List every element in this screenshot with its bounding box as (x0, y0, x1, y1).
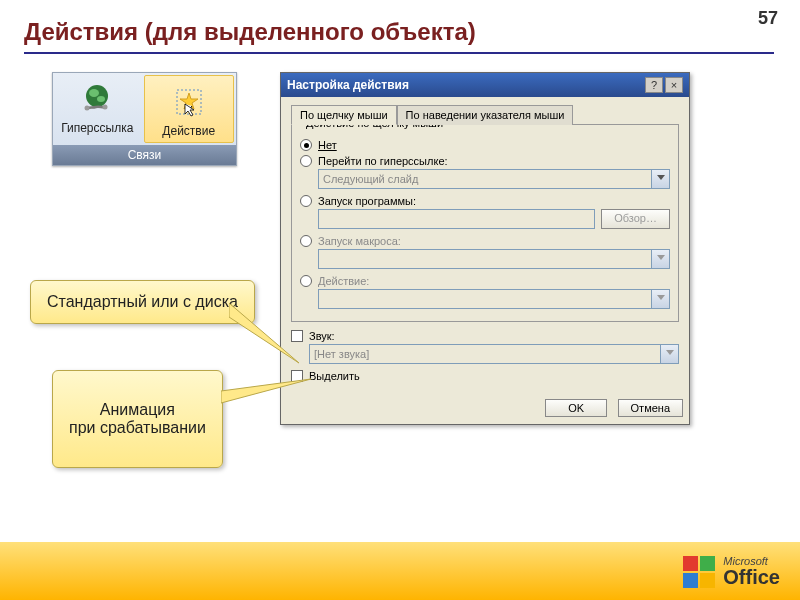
hyperlink-combo-input (318, 169, 652, 189)
callout-highlight: Анимация при срабатывании (52, 370, 223, 468)
dialog-action-settings: Настройка действия ? × По щелчку мыши По… (280, 72, 690, 425)
callout-text: Анимация при срабатывании (69, 401, 206, 436)
close-button[interactable]: × (665, 77, 683, 93)
tab-hover[interactable]: По наведении указателя мыши (397, 105, 574, 125)
action-combo (318, 289, 670, 309)
ribbon-item-label: Гиперссылка (57, 121, 138, 135)
dialog-title: Настройка действия (287, 78, 643, 92)
ribbon-item-action[interactable]: Действие (144, 75, 235, 143)
ribbon-group-label: Связи (53, 145, 236, 165)
svg-point-4 (103, 105, 108, 110)
checkbox-sound-row[interactable]: Звук: (291, 330, 679, 342)
radio-icon (300, 195, 312, 207)
action-star-icon (169, 82, 209, 122)
radio-run-program-label: Запуск программы: (318, 195, 416, 207)
radio-hyperlink-row[interactable]: Перейти по гиперссылке: (300, 155, 670, 167)
macro-combo-input (318, 249, 652, 269)
chevron-down-icon (652, 289, 670, 309)
page-title: Действия (для выделенного объекта) (24, 18, 476, 46)
radio-none-row[interactable]: Нет (300, 139, 670, 151)
program-path-row: Обзор… (318, 209, 670, 229)
radio-none-label: Нет (318, 139, 337, 151)
dialog-titlebar: Настройка действия ? × (281, 73, 689, 97)
chevron-down-icon (652, 169, 670, 189)
ok-button[interactable]: OK (545, 399, 607, 417)
radio-run-macro-row: Запуск макроса: (300, 235, 670, 247)
title-underline (24, 52, 774, 54)
radio-run-program-row[interactable]: Запуск программы: (300, 195, 670, 207)
tab-click[interactable]: По щелчку мыши (291, 105, 397, 125)
svg-marker-9 (221, 379, 311, 403)
help-button[interactable]: ? (645, 77, 663, 93)
ribbon-item-label: Действие (149, 124, 230, 138)
office-logo-icon (683, 556, 717, 590)
office-brand: Microsoft Office (683, 556, 780, 590)
cancel-button[interactable]: Отмена (618, 399, 683, 417)
radio-hyperlink-label: Перейти по гиперссылке: (318, 155, 448, 167)
browse-button[interactable]: Обзор… (601, 209, 670, 229)
radio-icon (300, 275, 312, 287)
sound-combo[interactable] (309, 344, 679, 364)
program-path-input[interactable] (318, 209, 595, 229)
bottom-bar (0, 542, 800, 600)
chevron-down-icon (661, 344, 679, 364)
radio-icon (300, 235, 312, 247)
radio-icon (300, 155, 312, 167)
checkbox-sound-label: Звук: (309, 330, 335, 342)
hyperlink-combo[interactable] (318, 169, 670, 189)
ribbon-item-hyperlink[interactable]: Гиперссылка (53, 73, 142, 145)
page-number: 57 (758, 8, 778, 29)
svg-point-2 (97, 96, 105, 102)
chevron-down-icon (652, 249, 670, 269)
svg-point-3 (85, 106, 90, 111)
radio-action-row: Действие: (300, 275, 670, 287)
radio-action-label: Действие: (318, 275, 369, 287)
office-brand-text: Microsoft Office (723, 557, 780, 589)
callout-sound: Стандартный или с диска (30, 280, 255, 324)
checkbox-highlight-row[interactable]: Выделить (291, 370, 679, 382)
ribbon-group-links: Гиперссылка Действие Связи (52, 72, 237, 166)
svg-point-1 (89, 89, 99, 97)
action-combo-input (318, 289, 652, 309)
globe-icon (77, 79, 117, 119)
radio-run-macro-label: Запуск макроса: (318, 235, 401, 247)
svg-marker-8 (229, 303, 299, 363)
radio-icon (300, 139, 312, 151)
sound-combo-input (309, 344, 661, 364)
macro-combo (318, 249, 670, 269)
callout-text: Стандартный или с диска (47, 293, 238, 310)
